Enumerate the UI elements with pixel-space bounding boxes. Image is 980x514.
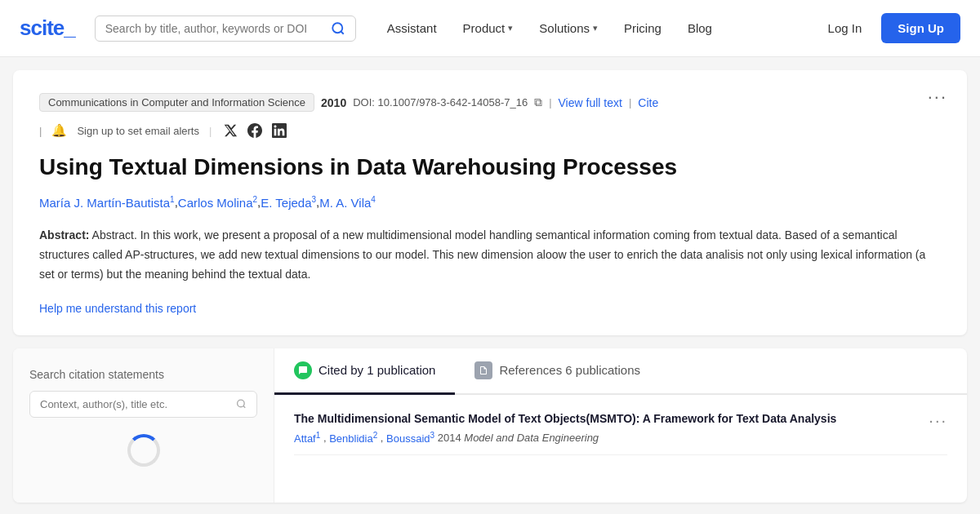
author-1[interactable]: María J. Martín-Bautista1: [39, 195, 175, 210]
publication-year: 2010: [321, 96, 346, 109]
author-3[interactable]: E. Tejeda3: [261, 195, 316, 210]
citation-author-2[interactable]: Benblidia2: [329, 432, 377, 445]
loading-spinner: [29, 418, 257, 483]
logo-text: scite_: [20, 16, 75, 40]
abstract-label: Abstract:: [39, 228, 89, 241]
nav-label-blog: Blog: [688, 21, 712, 35]
tabs-header: Cited by 1 publication References 6 publ…: [274, 348, 967, 395]
citation-search-input[interactable]: [40, 398, 229, 410]
citation-results: ··· The Multidimensional Semantic Model …: [274, 395, 967, 503]
nav-item-blog[interactable]: Blog: [676, 15, 724, 42]
citation-sidebar: Search citation statements: [13, 348, 274, 503]
author-2[interactable]: Carlos Molina2: [178, 195, 257, 210]
nav-item-solutions[interactable]: Solutions ▾: [528, 15, 609, 42]
tab-references[interactable]: References 6 publications: [455, 348, 660, 395]
tab-references-label: References 6 publications: [499, 363, 640, 377]
twitter-icon[interactable]: [221, 122, 239, 140]
tab-cited-by[interactable]: Cited by 1 publication: [274, 348, 455, 395]
search-icon: [331, 21, 345, 36]
article-card: ··· Communications in Computer and Infor…: [13, 70, 967, 335]
tab-cited-by-label: Cited by 1 publication: [318, 363, 435, 377]
facebook-icon[interactable]: [246, 122, 264, 140]
nav-item-pricing[interactable]: Pricing: [612, 15, 673, 42]
author-4[interactable]: M. A. Vila4: [319, 195, 376, 210]
navbar: scite_ Assistant Product ▾ Solutions ▾ P…: [0, 0, 980, 57]
search-icon: [236, 398, 247, 410]
nav-label-assistant: Assistant: [387, 21, 437, 35]
citation-more-button[interactable]: ···: [929, 411, 947, 430]
svg-point-0: [332, 23, 342, 33]
copy-icon[interactable]: ⧉: [534, 95, 542, 109]
linkedin-icon[interactable]: [270, 122, 288, 140]
more-options-button[interactable]: ···: [928, 86, 947, 108]
signup-label: Sign Up: [898, 21, 944, 35]
citation-journal: Model and Data Engineering: [464, 432, 599, 445]
search-input[interactable]: [105, 22, 324, 35]
journal-badge: Communications in Computer and Informati…: [39, 93, 314, 112]
citation-author-3[interactable]: Boussaid3: [386, 432, 434, 445]
bell-icon: 🔔: [51, 123, 67, 138]
social-icons: [221, 122, 288, 140]
nav-item-assistant[interactable]: Assistant: [376, 15, 448, 42]
svg-line-1: [341, 31, 343, 33]
alert-label[interactable]: Sign up to set email alerts: [77, 125, 199, 137]
sidebar-title: Search citation statements: [29, 368, 257, 381]
nav-label-product: Product: [463, 21, 506, 35]
alert-row: | 🔔 Sign up to set email alerts |: [39, 122, 941, 140]
citation-author-1[interactable]: Attaf1: [294, 432, 320, 445]
citation-authors: Attaf1 , Benblidia2 , Boussaid3 2014 Mod…: [294, 430, 947, 444]
signup-button[interactable]: Sign Up: [881, 13, 960, 43]
doi-text: DOI: 10.1007/978-3-642-14058-7_16: [353, 96, 528, 109]
cite-link[interactable]: Cite: [638, 96, 658, 109]
help-link[interactable]: Help me understand this report: [39, 302, 196, 315]
logo[interactable]: scite_: [20, 16, 75, 41]
citation-year: 2014: [438, 432, 461, 445]
svg-point-2: [238, 400, 245, 407]
nav-right: Log In Sign Up: [818, 13, 960, 43]
svg-line-3: [243, 406, 245, 408]
search-bar: [95, 16, 356, 42]
chat-icon: [294, 361, 312, 379]
nav-label-solutions: Solutions: [539, 21, 590, 35]
login-label: Log In: [828, 21, 862, 35]
view-full-text-link[interactable]: View full text: [559, 96, 622, 109]
sidebar-search: [29, 391, 257, 418]
nav-label-pricing: Pricing: [624, 21, 662, 35]
main-content: ··· Communications in Computer and Infor…: [0, 57, 980, 514]
article-meta-row: Communications in Computer and Informati…: [39, 93, 941, 112]
nav-item-product[interactable]: Product ▾: [452, 15, 525, 42]
login-button[interactable]: Log In: [818, 15, 872, 42]
authors-row: María J. Martín-Bautista1 , Carlos Molin…: [39, 195, 941, 210]
nav-links: Assistant Product ▾ Solutions ▾ Pricing …: [376, 15, 812, 42]
tabs-area: Cited by 1 publication References 6 publ…: [274, 348, 967, 503]
abstract-text: Abstract: Abstract. In this work, we pre…: [39, 226, 941, 284]
article-title: Using Textual Dimensions in Data Warehou…: [39, 153, 941, 182]
chevron-down-icon: ▾: [508, 23, 513, 33]
document-icon: [474, 361, 492, 379]
table-row: ··· The Multidimensional Semantic Model …: [294, 411, 947, 455]
citation-title: The Multidimensional Semantic Model of T…: [294, 411, 947, 428]
abstract-body: Abstract. In this work, we present a pro…: [39, 228, 925, 281]
lower-section: Search citation statements: [13, 348, 967, 503]
chevron-down-icon: ▾: [593, 23, 598, 33]
